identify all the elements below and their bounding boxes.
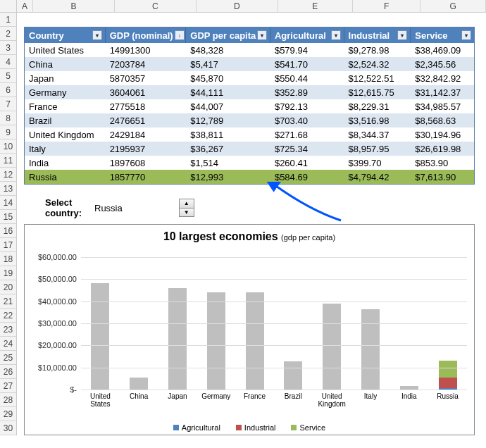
y-tick: $50,000.00 <box>32 275 77 283</box>
col-header-F[interactable]: F <box>353 0 421 13</box>
header-service[interactable]: Service▾ <box>411 27 474 43</box>
table-row[interactable]: Brazil2476651$12,789$703.40$3,516.98$8,5… <box>25 113 474 127</box>
legend-item: Agricultural <box>173 423 220 432</box>
row-header-8[interactable]: 8 <box>0 111 16 125</box>
cell: $12,993 <box>186 170 270 184</box>
row-header-20[interactable]: 20 <box>0 280 16 294</box>
row-header-17[interactable]: 17 <box>0 238 16 252</box>
cell: $7,613.90 <box>411 170 474 184</box>
cell: $792.13 <box>270 99 344 113</box>
x-label: India <box>390 392 428 400</box>
table-row[interactable]: United Kingdom2429184$38,811$271.68$8,34… <box>25 127 474 142</box>
spin-control: ▲ ▼ <box>179 199 194 217</box>
data-table: Country▾GDP (nominal)↓GDP per capita▾Agr… <box>24 27 475 185</box>
row-header-2[interactable]: 2 <box>0 27 16 41</box>
y-tick: $- <box>32 385 77 394</box>
cell: 14991300 <box>106 43 187 57</box>
select-value: Russia <box>94 203 123 213</box>
cell: China <box>25 57 106 71</box>
filter-icon: ▾ <box>397 30 407 40</box>
row-header-26[interactable]: 26 <box>0 365 16 379</box>
x-label: France <box>236 392 274 400</box>
row-header-12[interactable]: 12 <box>0 168 16 182</box>
row-header-11[interactable]: 11 <box>0 154 16 168</box>
cell: $8,957.95 <box>344 142 411 156</box>
col-header-G[interactable]: G <box>420 0 486 13</box>
row-header-28[interactable]: 28 <box>0 393 16 407</box>
filter-icon: ▾ <box>257 30 267 40</box>
row-header-22[interactable]: 22 <box>0 309 16 323</box>
row-header-19[interactable]: 19 <box>0 266 16 280</box>
row-headers: 1234567891011121314151617181920212223242… <box>0 13 17 435</box>
row-header-5[interactable]: 5 <box>0 69 16 83</box>
chart-legend: AgriculturalIndustrialService <box>25 423 474 432</box>
row-header-1[interactable]: 1 <box>0 13 16 27</box>
row-header-27[interactable]: 27 <box>0 379 16 393</box>
table-row[interactable]: Italy2195937$36,267$725.34$8,957.95$26,6… <box>25 142 474 156</box>
row-header-18[interactable]: 18 <box>0 252 16 266</box>
x-label: Italy <box>351 392 390 400</box>
cell: $3,516.98 <box>344 113 411 127</box>
cell: $12,615.75 <box>344 85 411 99</box>
x-label: United Kingdom <box>313 392 351 408</box>
select-label: Select country: <box>45 197 82 218</box>
cell: 5870357 <box>106 71 187 85</box>
col-header-B[interactable]: B <box>33 0 115 13</box>
cell: Germany <box>25 85 106 99</box>
table-row[interactable]: United States14991300$48,328$579.94$9,27… <box>25 43 474 57</box>
select-all-corner[interactable] <box>0 0 17 13</box>
row-header-14[interactable]: 14 <box>0 196 16 210</box>
table-row[interactable]: India1897608$1,514$260.41$399.70$853.90 <box>25 156 474 170</box>
row-header-7[interactable]: 7 <box>0 97 16 111</box>
header-industrial[interactable]: Industrial▾ <box>344 27 411 43</box>
row-header-9[interactable]: 9 <box>0 125 16 139</box>
table-row[interactable]: France2775518$44,007$792.13$8,229.31$34,… <box>25 99 474 113</box>
row-header-21[interactable]: 21 <box>0 294 16 309</box>
table-row[interactable]: Russia1857770$12,993$584.69$4,794.42$7,6… <box>25 170 474 184</box>
row-header-3[interactable]: 3 <box>0 41 16 55</box>
cell: 2476651 <box>106 113 187 127</box>
row-header-4[interactable]: 4 <box>0 55 16 69</box>
row-header-16[interactable]: 16 <box>0 224 16 238</box>
header-gdp-per-capita[interactable]: GDP per capita▾ <box>186 27 270 43</box>
cell: $2,345.56 <box>411 57 474 71</box>
cell: $48,328 <box>186 43 270 57</box>
spin-up-button[interactable]: ▲ <box>180 199 194 208</box>
cell: $399.70 <box>344 156 411 170</box>
row-header-29[interactable]: 29 <box>0 407 16 421</box>
col-header-C[interactable]: C <box>115 0 197 13</box>
cell: 2429184 <box>106 127 187 142</box>
row-header-6[interactable]: 6 <box>0 83 16 97</box>
col-header-A[interactable]: A <box>17 0 33 13</box>
cell: $584.69 <box>270 170 344 184</box>
row-header-13[interactable]: 13 <box>0 182 16 196</box>
row-header-23[interactable]: 23 <box>0 323 16 337</box>
cell: $8,229.31 <box>344 99 411 113</box>
chart-title: 10 largest economies (gdp per capita) <box>25 230 474 243</box>
cell: $12,522.51 <box>344 71 411 85</box>
cell: $550.44 <box>270 71 344 85</box>
col-header-E[interactable]: E <box>278 0 353 13</box>
row-header-10[interactable]: 10 <box>0 139 16 154</box>
spin-down-button[interactable]: ▼ <box>180 208 194 216</box>
row-header-25[interactable]: 25 <box>0 351 16 365</box>
header-gdp-nominal-[interactable]: GDP (nominal)↓ <box>106 27 187 43</box>
chart-area[interactable]: 10 largest economies (gdp per capita) Un… <box>24 224 475 435</box>
table-row[interactable]: Germany3604061$44,111$352.89$12,615.75$3… <box>25 85 474 99</box>
cell: $36,267 <box>186 142 270 156</box>
table-row[interactable]: Japan5870357$45,870$550.44$12,522.51$32,… <box>25 71 474 85</box>
filter-icon: ▾ <box>461 30 471 40</box>
x-label: Japan <box>158 392 197 400</box>
cell: $2,524.32 <box>344 57 411 71</box>
table-row[interactable]: China7203784$5,417$541.70$2,524.32$2,345… <box>25 57 474 71</box>
row-header-24[interactable]: 24 <box>0 337 16 351</box>
header-agricultural[interactable]: Agricultural▾ <box>270 27 344 43</box>
cell: $5,417 <box>186 57 270 71</box>
col-header-D[interactable]: D <box>197 0 278 13</box>
row-header-15[interactable]: 15 <box>0 210 16 224</box>
x-label: United States <box>81 392 119 408</box>
y-tick: $60,000.00 <box>32 253 77 261</box>
cell: $541.70 <box>270 57 344 71</box>
row-header-30[interactable]: 30 <box>0 421 16 435</box>
header-country[interactable]: Country▾ <box>25 27 106 43</box>
